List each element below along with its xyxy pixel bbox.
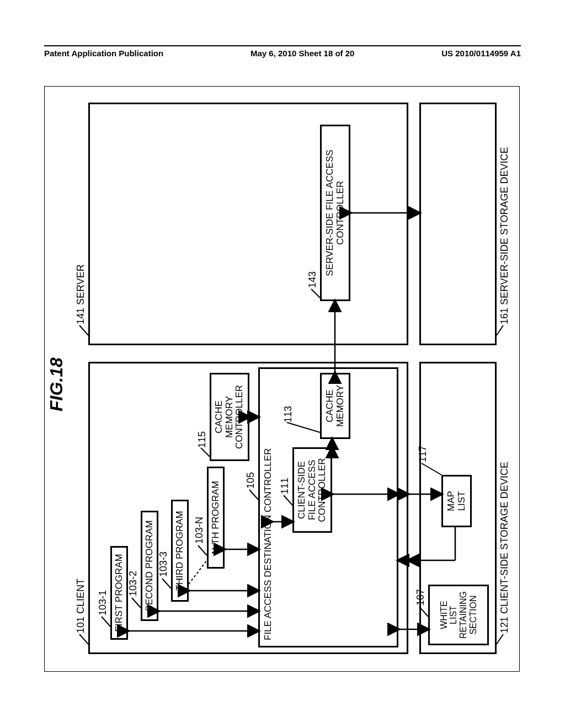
- header-right: US 2010/0114959 A1: [441, 49, 521, 58]
- svg-line-10: [497, 634, 503, 644]
- svg-line-15: [497, 325, 503, 335]
- figure-title: FIG.18: [46, 357, 67, 411]
- svg-line-0: [79, 634, 88, 644]
- diagram: FIG.18 101 CLIENT FIRST PROGRAM 103-1 SE…: [44, 86, 519, 671]
- ref-107: 107: [415, 589, 427, 606]
- second-program: SECOND PROGRAM: [141, 511, 158, 621]
- ref-161: 161 SERVER-SIDE STORAGE DEVICE: [499, 147, 510, 324]
- map-list: MAP LIST: [441, 475, 472, 527]
- third-program: THIRD PROGRAM: [171, 500, 189, 602]
- ref-103-3: 103-3: [158, 552, 169, 577]
- first-program: FIRST PROGRAM: [110, 546, 128, 640]
- ref-143: 143: [307, 271, 318, 288]
- cache-memory: CACHE MEMORY: [320, 373, 350, 439]
- ref-117: 117: [417, 446, 429, 462]
- header-left: Patent Application Publication: [44, 49, 163, 58]
- nth-program: N-TH PROGRAM: [207, 467, 225, 569]
- svg-line-13: [79, 325, 88, 335]
- server-storage-box: [419, 103, 497, 345]
- ref-103-n: 103-N: [194, 517, 205, 544]
- white-list-retaining-section: WHITE LIST RETAINING SECTION: [428, 585, 489, 645]
- ref-103-1: 103-1: [97, 590, 109, 615]
- ref-103-2: 103-2: [127, 571, 139, 596]
- ref-121: 121 CLIENT-SIDE STORAGE DEVICE: [499, 462, 510, 633]
- client-side-file-access-controller: CLIENT-SIDE FILE ACCESS CONTROLLER: [292, 447, 332, 533]
- ref-105: 105: [245, 472, 257, 489]
- server-box: [88, 103, 408, 345]
- ref-101: 101 CLIENT: [75, 579, 87, 633]
- ref-115: 115: [196, 431, 208, 448]
- ref-113: 113: [282, 406, 294, 422]
- server-side-file-access-controller: SERVER-SIDE FILE ACCESS CONTROLLER: [320, 125, 350, 301]
- cache-memory-controller: CACHE MEMORY CONTROLLER: [210, 373, 249, 461]
- header-center: May 6, 2010 Sheet 18 of 20: [250, 49, 354, 58]
- ref-111: 111: [279, 478, 291, 494]
- fadc-label: FILE ACCESS DESTINATION CONTROLLER: [263, 448, 274, 640]
- ref-141: 141 SERVER: [75, 264, 87, 324]
